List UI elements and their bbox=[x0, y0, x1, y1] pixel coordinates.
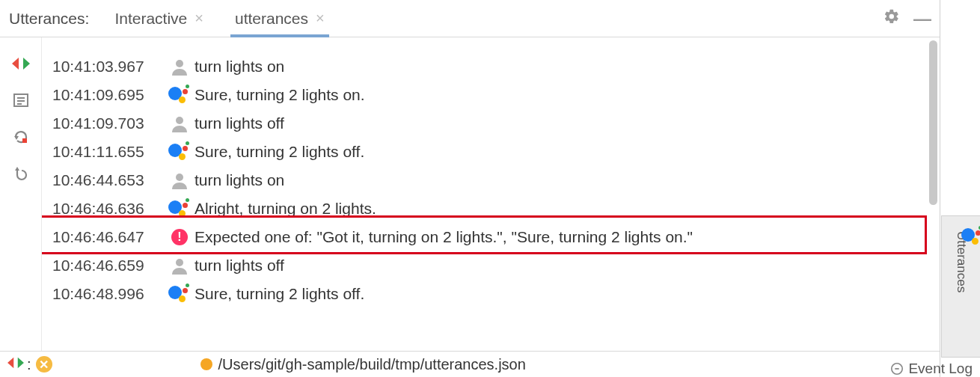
timestamp: 10:46:46.659 bbox=[52, 257, 165, 275]
log-row[interactable]: 10:41:09.703turn lights off bbox=[52, 109, 940, 138]
svg-marker-14 bbox=[18, 357, 24, 368]
assistant-icon bbox=[165, 283, 195, 305]
svg-point-10 bbox=[176, 117, 183, 124]
gear-icon[interactable] bbox=[883, 8, 900, 28]
timestamp: 10:41:09.703 bbox=[52, 114, 165, 132]
log-message: Alright, turning on 2 lights. bbox=[195, 200, 940, 218]
svg-point-9 bbox=[176, 60, 183, 67]
sidebar-tab-utterances[interactable]: Utterances bbox=[941, 215, 980, 358]
status-dot-icon bbox=[200, 358, 212, 370]
timestamp: 10:46:44.653 bbox=[52, 171, 165, 189]
file-path[interactable]: /Users/git/gh-sample/build/tmp/utterance… bbox=[218, 356, 526, 373]
log-message: turn lights off bbox=[195, 114, 940, 132]
log-row[interactable]: 10:46:48.996Sure, turning 2 lights off. bbox=[52, 280, 940, 308]
log-message: turn lights on bbox=[195, 171, 940, 189]
panel-title: Utterances: bbox=[9, 10, 89, 28]
svg-marker-1 bbox=[23, 58, 30, 70]
diff-icon[interactable] bbox=[12, 55, 30, 76]
list-icon[interactable] bbox=[13, 92, 29, 112]
tab-label: Interactive bbox=[114, 10, 187, 28]
assistant-icon bbox=[165, 84, 195, 106]
separator: : bbox=[27, 356, 31, 373]
log-row[interactable]: 10:46:46.636Alright, turning on 2 lights… bbox=[52, 194, 940, 223]
svg-marker-13 bbox=[7, 357, 13, 368]
assistant-icon bbox=[165, 197, 195, 220]
log-row[interactable]: 10:41:03.967turn lights on bbox=[52, 52, 940, 81]
tab-utterances[interactable]: utterances × bbox=[230, 0, 329, 37]
close-tab-icon[interactable]: × bbox=[316, 10, 325, 27]
log-row[interactable]: 10:46:44.653turn lights on bbox=[52, 166, 940, 194]
cancel-icon[interactable]: ✕ bbox=[36, 356, 52, 373]
svg-point-12 bbox=[176, 259, 183, 266]
log-message: turn lights on bbox=[195, 58, 940, 76]
refresh-icon[interactable] bbox=[13, 129, 29, 149]
close-tab-icon[interactable]: × bbox=[195, 10, 203, 27]
scrollbar-thumb[interactable] bbox=[929, 40, 937, 205]
log-message: Sure, turning 2 lights off. bbox=[195, 143, 940, 161]
tab-label: utterances bbox=[235, 10, 308, 28]
svg-rect-16 bbox=[895, 368, 899, 370]
log-message: Sure, turning 2 lights on. bbox=[195, 86, 940, 104]
svg-point-11 bbox=[176, 174, 183, 181]
log-row[interactable]: 10:41:09.695Sure, turning 2 lights on. bbox=[52, 81, 940, 109]
timestamp: 10:41:03.967 bbox=[52, 58, 165, 76]
error-icon: ! bbox=[165, 229, 195, 245]
log-row[interactable]: 10:46:46.659turn lights off bbox=[52, 251, 940, 280]
timestamp: 10:41:09.695 bbox=[52, 86, 165, 104]
timestamp: 10:46:46.647 bbox=[52, 228, 165, 246]
log-message: turn lights off bbox=[195, 257, 940, 275]
svg-marker-6 bbox=[14, 136, 19, 140]
log-row[interactable]: 10:46:46.647!Expected one of: "Got it, t… bbox=[52, 223, 940, 251]
timestamp: 10:46:48.996 bbox=[52, 285, 165, 303]
diff-icon[interactable] bbox=[7, 355, 24, 374]
user-icon bbox=[165, 58, 195, 76]
log-message: Expected one of: "Got it, turning on 2 l… bbox=[195, 228, 940, 246]
user-icon bbox=[165, 171, 195, 189]
timestamp: 10:46:46.636 bbox=[52, 200, 165, 218]
tab-interactive[interactable]: Interactive × bbox=[110, 0, 208, 37]
event-log-label: Event Log bbox=[908, 361, 973, 377]
user-icon bbox=[165, 114, 195, 132]
user-icon bbox=[165, 257, 195, 275]
event-log-link[interactable]: Event Log bbox=[890, 361, 973, 377]
svg-marker-8 bbox=[15, 167, 19, 171]
log-row[interactable]: 10:41:11.655Sure, turning 2 lights off. bbox=[52, 138, 940, 166]
svg-marker-0 bbox=[12, 58, 19, 70]
undo-icon[interactable] bbox=[13, 165, 29, 186]
log-message: Sure, turning 2 lights off. bbox=[195, 285, 940, 303]
minimize-icon[interactable]: — bbox=[913, 8, 931, 29]
vertical-scrollbar[interactable] bbox=[928, 37, 939, 351]
timestamp: 10:41:11.655 bbox=[52, 143, 165, 161]
svg-rect-7 bbox=[22, 138, 27, 143]
assistant-icon bbox=[165, 141, 195, 163]
